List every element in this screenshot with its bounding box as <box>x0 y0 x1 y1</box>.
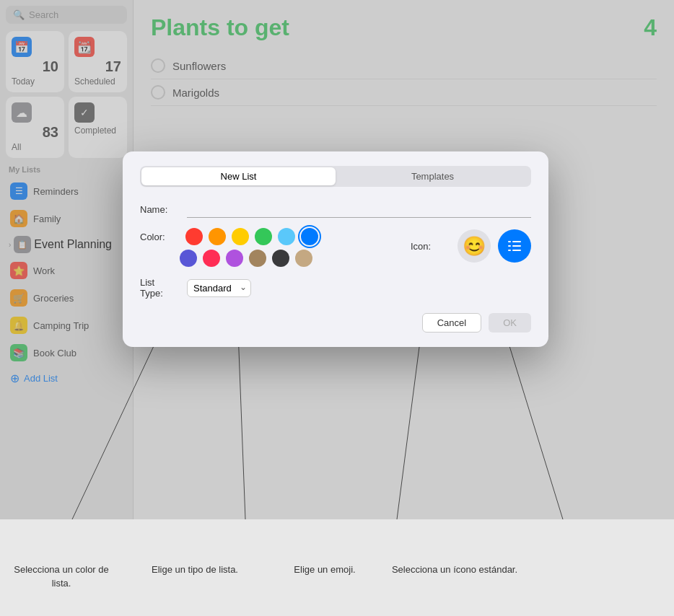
color-swatch-dark[interactable] <box>272 250 289 267</box>
color-swatch-blue[interactable] <box>301 228 318 245</box>
annotation-icon: Selecciona un ícono estándar. <box>392 564 517 575</box>
svg-rect-4 <box>508 250 511 251</box>
ok-button[interactable]: OK <box>489 313 531 333</box>
color-row-2 <box>180 250 399 267</box>
color-swatch-red[interactable] <box>185 228 203 245</box>
cancel-button[interactable]: Cancel <box>422 313 481 333</box>
annotation-area: Selecciona un color de lista. Elige un t… <box>0 519 674 616</box>
dialog-buttons: Cancel OK <box>140 313 531 333</box>
tab-new-list[interactable]: New List <box>141 167 336 185</box>
list-type-select[interactable]: Standard Checklist Shopping <box>187 279 251 297</box>
color-swatch-yellow[interactable] <box>232 228 249 245</box>
svg-rect-0 <box>508 241 511 242</box>
name-input[interactable] <box>187 201 531 218</box>
svg-rect-5 <box>512 250 521 251</box>
svg-rect-1 <box>512 241 521 242</box>
color-swatch-mauve[interactable] <box>295 250 312 267</box>
annotation-emoji: Elige un emoji. <box>294 564 355 575</box>
annotation-list-type: Elige un tipo de lista. <box>152 564 238 575</box>
color-row-1 <box>185 228 318 245</box>
svg-rect-3 <box>512 245 521 247</box>
name-label: Name: <box>140 204 180 215</box>
name-row: Name: <box>140 201 531 218</box>
icon-emoji-button[interactable]: 😊 <box>458 229 491 263</box>
icon-list-button[interactable] <box>498 229 531 263</box>
svg-rect-2 <box>508 245 511 247</box>
color-swatch-green[interactable] <box>255 228 272 245</box>
color-label: Color: <box>140 232 180 242</box>
dialog-tabs: New List Templates <box>140 166 531 187</box>
color-swatch-purple[interactable] <box>226 250 243 267</box>
list-type-label: List Type: <box>140 277 180 299</box>
icon-label: Icon: <box>411 241 450 252</box>
new-list-dialog: New List Templates Name: Color: Icon: 😊 <box>123 151 548 347</box>
color-swatch-light-blue[interactable] <box>278 228 295 245</box>
annotation-color: Selecciona un color de lista. <box>14 564 109 589</box>
list-type-row: List Type: Standard Checklist Shopping <box>140 277 531 299</box>
tab-templates[interactable]: Templates <box>336 167 530 185</box>
color-swatch-indigo[interactable] <box>180 250 197 267</box>
color-swatch-brown[interactable] <box>249 250 266 267</box>
color-swatch-pink[interactable] <box>203 250 220 267</box>
color-swatch-orange[interactable] <box>209 228 226 245</box>
